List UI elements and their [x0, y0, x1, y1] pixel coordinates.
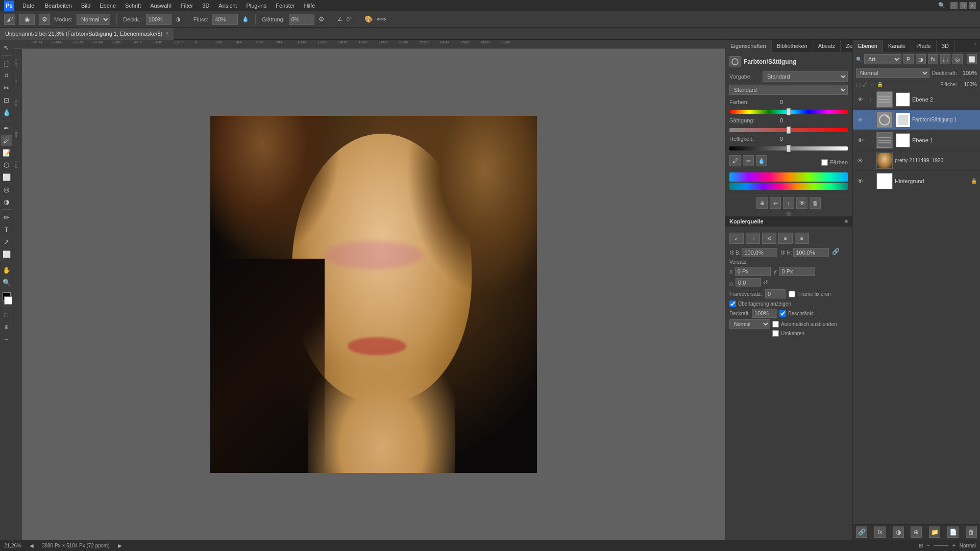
- mode-select[interactable]: Normal: [77, 14, 110, 25]
- menu-item-bild[interactable]: Bild: [77, 2, 94, 10]
- new-adjustment-button[interactable]: ⊕: [911, 527, 922, 538]
- menu-item-ansicht[interactable]: Ansicht: [214, 2, 241, 10]
- brush-preset-icon[interactable]: ◉: [19, 14, 35, 25]
- tab-eigenschaften[interactable]: Eigenschaften: [725, 40, 772, 52]
- helligkeit-thumb[interactable]: [787, 145, 791, 152]
- tab-kanale[interactable]: Kanäle: [883, 40, 911, 52]
- layers-options-icon[interactable]: ≡: [971, 40, 980, 52]
- symmetry-icon[interactable]: ⟺: [377, 15, 386, 23]
- automatisch-checkbox[interactable]: [772, 321, 779, 328]
- panel-icon-back[interactable]: ↩: [770, 197, 781, 209]
- panel-resize-handle[interactable]: [787, 212, 791, 216]
- filter-icon-3[interactable]: fx: [928, 54, 938, 64]
- eyedropper-subtract-icon[interactable]: ✏: [743, 155, 754, 166]
- smoothing-input[interactable]: [289, 14, 314, 25]
- kq-icon-3[interactable]: ⟲: [762, 233, 776, 244]
- filter-icon-1[interactable]: P: [903, 54, 914, 64]
- link-proportions-icon[interactable]: 🔗: [832, 248, 840, 257]
- canvas-area[interactable]: [22, 49, 725, 540]
- breite-input[interactable]: [742, 248, 777, 257]
- kq-icon-2[interactable]: ↔: [746, 233, 760, 244]
- x-input[interactable]: [735, 267, 771, 276]
- layer-visibility-toggle[interactable]: 👁: [856, 95, 864, 104]
- search-icon[interactable]: 🔍: [935, 2, 948, 9]
- delete-layer-button[interactable]: 🗑: [966, 527, 977, 538]
- kq-icon-1[interactable]: ↙: [729, 233, 744, 244]
- angle-icon[interactable]: ∠: [337, 16, 342, 22]
- background-color-swatch[interactable]: [4, 296, 12, 305]
- tab-bibliotheken[interactable]: Bibliotheken: [772, 40, 813, 52]
- path-selection-tool[interactable]: ↗: [1, 236, 12, 247]
- screen-mode-tool[interactable]: ⊞: [1, 321, 12, 333]
- marquee-tool[interactable]: ⬚: [1, 58, 12, 69]
- layer-visibility-toggle[interactable]: 👁: [856, 177, 864, 185]
- layer-item[interactable]: 👁 ⬚ Ebene 2: [853, 89, 980, 110]
- brush-tool-icon[interactable]: 🖌: [4, 14, 15, 25]
- crop-tool[interactable]: ⊡: [1, 94, 12, 106]
- flow-input[interactable]: [212, 14, 238, 25]
- menu-item-auswahl[interactable]: Auswahl: [146, 2, 176, 10]
- filter-icon-5[interactable]: ◎: [952, 54, 963, 64]
- new-layer-button[interactable]: 📄: [947, 527, 959, 538]
- zoom-tool[interactable]: 🔍: [1, 277, 12, 288]
- reset-angle-icon[interactable]: ↺: [763, 279, 768, 286]
- blend-mode-select-kq[interactable]: Normal: [729, 319, 770, 329]
- eyedropper-add-icon[interactable]: 🖊: [729, 155, 741, 166]
- layer-item[interactable]: 👁 ⬚ Ebene 1: [853, 130, 980, 151]
- maximize-button[interactable]: □: [960, 2, 967, 9]
- lock-all-icon[interactable]: 🔒: [877, 82, 883, 87]
- smoothing-settings-icon[interactable]: ⚙: [318, 15, 325, 23]
- blend-mode-select[interactable]: Normal: [856, 68, 929, 78]
- helligkeit-slider[interactable]: [729, 145, 848, 152]
- canvas-tab[interactable]: Unbenannt-1 bei 21,3% (Farbton/Sättigung…: [0, 28, 174, 40]
- uberlagerung-checkbox[interactable]: [729, 300, 736, 307]
- brush-settings-icon[interactable]: ⚙: [39, 14, 50, 25]
- brush-tool[interactable]: 🖊: [1, 135, 12, 146]
- panel-icon-toggle[interactable]: ↕: [783, 197, 794, 209]
- lock-transparent-icon[interactable]: ⬚: [856, 82, 861, 87]
- menu-item-ebene[interactable]: Ebene: [95, 2, 120, 10]
- filter-icon-2[interactable]: ◑: [916, 54, 926, 64]
- move-tool[interactable]: ↖: [1, 42, 12, 53]
- color-replace-icon[interactable]: 🎨: [364, 15, 373, 23]
- quick-mask-tool[interactable]: ⬚: [1, 309, 12, 320]
- tab-pfade[interactable]: Pfade: [911, 40, 937, 52]
- sattigung-slider[interactable]: [729, 127, 848, 134]
- tab-absatz[interactable]: Absatz: [813, 40, 841, 52]
- kq-icon-5[interactable]: ≡: [795, 233, 809, 244]
- add-mask-button[interactable]: ◑: [893, 527, 904, 538]
- umkehren-checkbox[interactable]: [772, 330, 779, 337]
- kopierquelle-options-icon[interactable]: ≡: [845, 218, 848, 224]
- dodge-tool[interactable]: ◑: [1, 196, 12, 207]
- farben-checkbox[interactable]: [821, 159, 828, 166]
- zoom-in-icon[interactable]: +: [952, 543, 955, 548]
- tab-3d[interactable]: 3D: [937, 40, 954, 52]
- close-button[interactable]: ×: [969, 2, 976, 9]
- layer-visibility-toggle[interactable]: 👁: [856, 157, 864, 165]
- sattigung-thumb[interactable]: [787, 127, 791, 134]
- minimize-button[interactable]: −: [950, 2, 958, 9]
- vorgabe-select[interactable]: Standard: [763, 71, 848, 82]
- lock-position-icon[interactable]: ↔: [870, 82, 875, 87]
- eraser-tool[interactable]: ⬡: [1, 159, 12, 170]
- eyedropper-tool[interactable]: 💧: [1, 107, 12, 118]
- gradient-tool[interactable]: ⬜: [1, 171, 12, 183]
- zoom-slider[interactable]: ────: [934, 543, 948, 548]
- panel-icon-trash[interactable]: 🗑: [810, 197, 821, 209]
- shape-tool[interactable]: ⬜: [1, 248, 12, 260]
- menu-item-datei[interactable]: Datei: [18, 2, 40, 10]
- tab-ebenen[interactable]: Ebenen: [853, 40, 883, 52]
- arrange-icon[interactable]: ⊞: [919, 543, 923, 548]
- healing-tool[interactable]: ✒: [1, 122, 12, 134]
- stamp-tool[interactable]: 📝: [1, 147, 12, 158]
- nav-right-icon[interactable]: ▶: [118, 543, 122, 548]
- beschrankt-checkbox[interactable]: [779, 310, 786, 317]
- extra-tools[interactable]: ···: [1, 334, 12, 345]
- menu-item-hilfe[interactable]: Hilfe: [300, 2, 319, 10]
- frameversatz-input[interactable]: [765, 289, 786, 298]
- layer-visibility-toggle[interactable]: 👁: [856, 136, 864, 144]
- filter-toggle-icon[interactable]: ⬜: [967, 54, 977, 64]
- layer-visibility-toggle[interactable]: 👁: [856, 116, 864, 124]
- quick-select-tool[interactable]: ✂: [1, 82, 12, 93]
- layers-filter-select[interactable]: Art: [864, 54, 901, 64]
